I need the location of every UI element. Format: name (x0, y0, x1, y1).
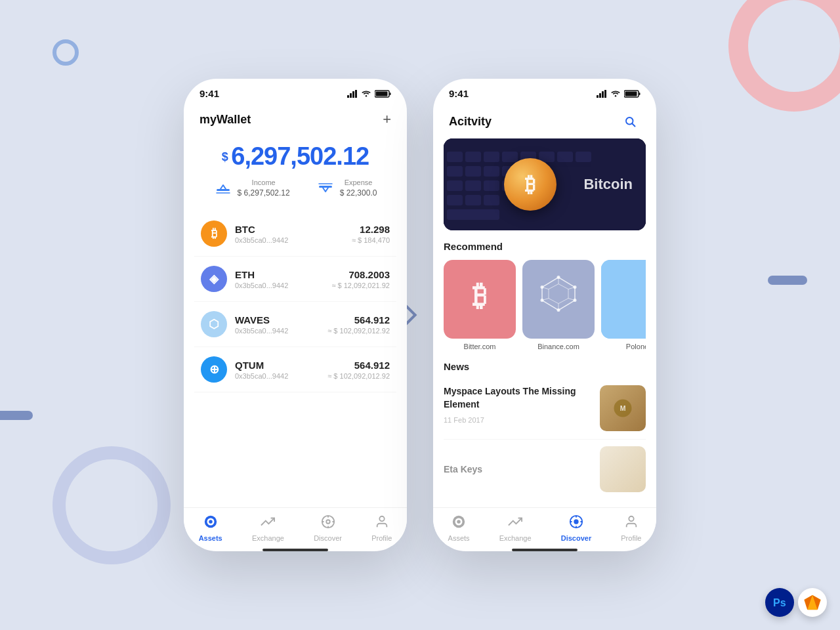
crypto-logo-2: ⬡ (201, 311, 227, 337)
assets-icon (203, 514, 218, 529)
activity-title: Acitvity (449, 115, 492, 129)
crypto-logo-1: ◈ (201, 266, 227, 292)
nav-label2-profile: Profile (621, 534, 641, 542)
nav-icon2-assets (452, 514, 466, 532)
search-button[interactable] (620, 111, 640, 132)
recommend-title: Recommend (444, 241, 646, 252)
crypto-info-0: BTC 0x3b5ca0...9442 (235, 224, 344, 244)
crypto-usd-3: ≈ $ 102,092,012.92 (327, 372, 390, 380)
expense-stat: Expense $ 22,300.0 (316, 178, 377, 198)
svg-rect-6 (390, 93, 391, 95)
status-icons-2 (597, 90, 640, 98)
nav-label-profile: Profile (371, 534, 392, 542)
svg-text:Ps: Ps (773, 597, 786, 608)
battery-icon-2 (624, 90, 640, 98)
tool-badges: Ps (765, 588, 827, 617)
nav-item-1-exchange[interactable]: Exchange (252, 514, 284, 542)
crypto-usd-2: ≈ $ 102,092,012.92 (327, 327, 390, 335)
ps-icon: Ps (770, 593, 789, 612)
crypto-amount-3: 564.912 (327, 360, 390, 371)
nav-label-exchange: Exchange (252, 534, 284, 542)
crypto-addr-2: 0x3b5ca0...9442 (235, 327, 320, 335)
crypto-info-1: ETH 0x3b5ca0...9442 (235, 269, 324, 289)
recommend-icon-2 (601, 260, 646, 339)
phone-activity: 9:41 (433, 79, 656, 551)
crypto-item[interactable]: ⊕ QTUM 0x3b5ca0...9442 564.912 ≈ $ 102,0… (194, 347, 396, 392)
nav-item-2-assets[interactable]: Assets (448, 514, 470, 542)
bitcoin-text: Bitcoin (583, 176, 633, 193)
crypto-item[interactable]: ₿ BTC 0x3b5ca0...9442 12.298 ≈ $ 184,470 (194, 211, 396, 257)
svg-point-24 (615, 95, 616, 96)
news-item-2[interactable]: Eta Keys (444, 440, 646, 499)
nav-item-1-profile[interactable]: Profile (371, 514, 392, 542)
svg-point-67 (541, 285, 544, 289)
status-time-2: 9:41 (449, 88, 469, 99)
bg-decoration-circle-pink (728, 0, 840, 112)
svg-rect-49 (465, 195, 481, 205)
nav-item-2-discover[interactable]: Discover (561, 514, 591, 542)
nav-item-1-assets[interactable]: Assets (199, 514, 222, 542)
crypto-item[interactable]: ⬡ WAVES 0x3b5ca0...9442 564.912 ≈ $ 102,… (194, 302, 396, 347)
nav-icon2-exchange (508, 514, 522, 532)
svg-rect-45 (465, 180, 481, 191)
add-wallet-button[interactable]: + (383, 111, 391, 128)
exchange-icon-2 (508, 514, 522, 529)
balance-display: $ 6,297,502.12 (200, 142, 391, 171)
news-title-2: Eta Keys (444, 464, 592, 474)
balance-section: $ 6,297,502.12 Income $ 6,297,502.12 (184, 132, 407, 211)
crypto-name-2: WAVES (235, 314, 320, 326)
recommend-row: ₿Bitter.com (444, 260, 646, 350)
svg-rect-21 (599, 93, 601, 98)
wallet-header: myWallet + (184, 104, 407, 132)
crypto-values-1: 708.2003 ≈ $ 12,092,021.92 (331, 269, 390, 289)
crypto-values-2: 564.912 ≈ $ 102,092,012.92 (327, 314, 390, 335)
crypto-list: ₿ BTC 0x3b5ca0...9442 12.298 ≈ $ 184,470… (184, 211, 407, 507)
svg-text:M: M (620, 404, 626, 412)
home-indicator-2 (512, 549, 578, 551)
svg-point-62 (557, 276, 560, 279)
svg-rect-34 (502, 152, 518, 162)
profile-icon-2 (624, 514, 639, 529)
crypto-values-3: 564.912 ≈ $ 102,092,012.92 (327, 360, 390, 380)
bg-decoration-circle-large (52, 446, 171, 564)
wifi-icon (361, 90, 371, 98)
bg-decoration-bar-right (768, 276, 807, 285)
svg-rect-50 (484, 195, 499, 205)
nav-item-2-exchange[interactable]: Exchange (499, 514, 532, 542)
svg-rect-22 (602, 91, 604, 98)
activity-content: ₿ Bitcoin Recommend ₿Bitter.com (433, 138, 656, 507)
recommend-card-wrap-0[interactable]: ₿Bitter.com (444, 260, 516, 350)
svg-rect-51 (447, 209, 499, 220)
svg-point-4 (366, 95, 367, 96)
crypto-item[interactable]: ◈ ETH 0x3b5ca0...9442 708.2003 ≈ $ 12,09… (194, 257, 396, 302)
recommend-card-wrap-1[interactable]: Binance.com (522, 260, 595, 350)
recommend-card-1[interactable] (522, 260, 595, 339)
nav-icon2-profile (624, 514, 639, 532)
phone-wallet: 9:41 (184, 79, 407, 551)
svg-rect-33 (484, 152, 499, 162)
battery-icon (375, 90, 391, 98)
nav-item-2-profile[interactable]: Profile (621, 514, 641, 542)
nav-label2-discover: Discover (561, 534, 591, 542)
sketch-badge (798, 588, 827, 617)
recommend-card-wrap-2[interactable]: Polone (601, 260, 646, 350)
news-item-1[interactable]: Myspace Layouts The Missing Element 11 F… (444, 377, 646, 440)
svg-point-79 (629, 516, 633, 521)
nav-item-1-discover[interactable]: Discover (314, 514, 342, 542)
crypto-amount-0: 12.298 (352, 224, 390, 235)
balance-stats: Income $ 6,297,502.12 Expense $ (200, 178, 391, 198)
svg-rect-48 (447, 195, 463, 205)
nav-label-assets: Assets (199, 534, 222, 542)
assets-icon-2 (452, 514, 466, 529)
recommend-card-0[interactable]: ₿ (444, 260, 516, 339)
bitcoin-banner[interactable]: ₿ Bitcoin (444, 138, 646, 230)
crypto-addr-3: 0x3b5ca0...9442 (235, 372, 320, 380)
recommend-card-2[interactable] (601, 260, 646, 339)
news-title: News (444, 361, 646, 372)
svg-rect-2 (352, 91, 354, 98)
crypto-amount-1: 708.2003 (331, 269, 390, 280)
svg-point-28 (626, 117, 633, 125)
svg-rect-26 (639, 93, 640, 95)
svg-point-65 (557, 308, 560, 312)
crypto-addr-0: 0x3b5ca0...9442 (235, 236, 344, 244)
